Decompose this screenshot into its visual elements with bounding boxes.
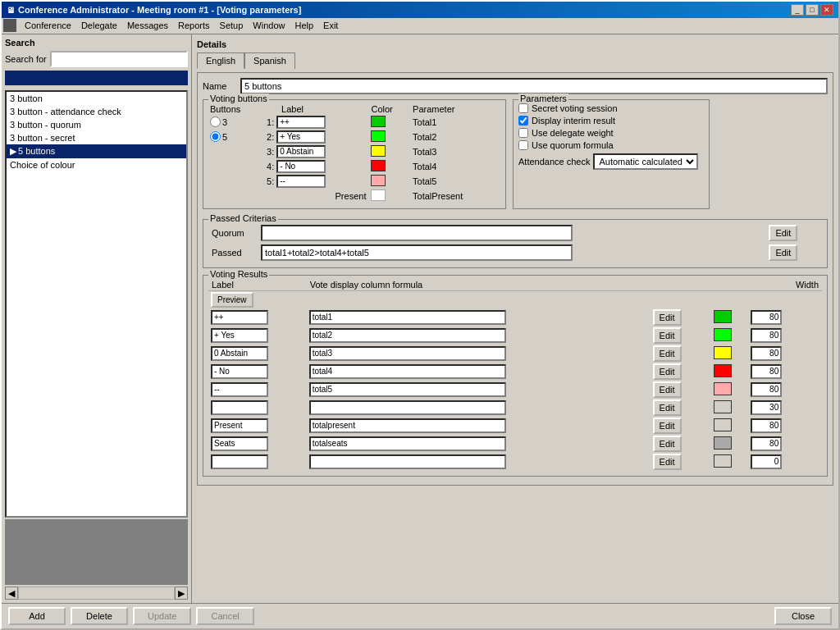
result-label-present[interactable]: [211, 418, 268, 433]
checkbox-display: Display interim result: [518, 116, 704, 126]
result-edit-2[interactable]: Edit: [653, 327, 682, 344]
scroll-right-btn[interactable]: ▶: [175, 587, 188, 600]
search-input[interactable]: [50, 51, 188, 67]
menu-window[interactable]: Window: [248, 19, 290, 32]
update-button[interactable]: Update: [133, 607, 191, 625]
result-edit-5[interactable]: Edit: [653, 381, 682, 398]
result-width-seats[interactable]: [751, 436, 782, 451]
horizontal-scrollbar[interactable]: ◀ ▶: [5, 587, 188, 600]
color-3[interactable]: [371, 145, 386, 157]
parameters-label: Parameters: [518, 94, 568, 103]
minimize-button[interactable]: _: [791, 4, 804, 16]
result-width-5[interactable]: [751, 382, 782, 397]
result-edit-9[interactable]: Edit: [653, 454, 682, 470]
menu-setup[interactable]: Setup: [215, 19, 249, 32]
tab-english[interactable]: English: [197, 52, 244, 69]
menu-delegate[interactable]: Delegate: [76, 19, 122, 32]
result-width-9[interactable]: [751, 454, 782, 469]
label-2-input[interactable]: [276, 130, 326, 144]
result-formula-4[interactable]: [309, 364, 506, 379]
close-button[interactable]: ✕: [820, 4, 833, 16]
attendance-select[interactable]: Automatic calculated Manual None: [593, 153, 698, 170]
result-color-5[interactable]: [714, 382, 732, 395]
result-width-6[interactable]: [751, 400, 782, 415]
passed-input[interactable]: [261, 244, 573, 261]
preview-button[interactable]: Preview: [211, 292, 253, 308]
result-label-4[interactable]: [211, 364, 268, 379]
checkbox-weight-input[interactable]: [518, 128, 528, 138]
add-button[interactable]: Add: [8, 607, 66, 625]
result-edit-3[interactable]: Edit: [653, 345, 682, 362]
result-color-present[interactable]: [714, 418, 732, 431]
list-item[interactable]: 3 button - attendance check: [7, 105, 186, 118]
list-item[interactable]: 3 button - secret: [7, 131, 186, 144]
menu-messages[interactable]: Messages: [122, 19, 173, 32]
label-3-input[interactable]: [276, 145, 326, 158]
label-4-input[interactable]: [276, 160, 326, 173]
menu-exit[interactable]: Exit: [318, 19, 343, 32]
voting-results-label: Voting Results: [208, 269, 269, 279]
result-label-seats[interactable]: [211, 436, 268, 451]
delete-button[interactable]: Delete: [71, 607, 128, 625]
result-edit-seats[interactable]: Edit: [653, 436, 682, 452]
result-color-1[interactable]: [714, 310, 732, 323]
result-width-3[interactable]: [751, 346, 782, 361]
result-color-6[interactable]: [714, 400, 732, 413]
result-label-3[interactable]: [211, 346, 268, 361]
passed-edit-button[interactable]: Edit: [769, 244, 797, 261]
result-label-2[interactable]: [211, 328, 268, 343]
result-edit-1[interactable]: Edit: [653, 309, 682, 326]
result-color-2[interactable]: [714, 328, 732, 341]
menu-help[interactable]: Help: [290, 19, 318, 32]
result-formula-2[interactable]: [309, 328, 506, 343]
result-width-2[interactable]: [751, 328, 782, 343]
result-color-9[interactable]: [714, 454, 732, 468]
result-label-5[interactable]: [211, 382, 268, 397]
color-present[interactable]: [371, 189, 386, 201]
radio-3[interactable]: [210, 116, 221, 127]
list-item-5buttons[interactable]: ▶5 buttons: [7, 144, 186, 158]
radio-5[interactable]: [210, 131, 221, 142]
color-5[interactable]: [371, 175, 386, 186]
scroll-left-btn[interactable]: ◀: [5, 587, 18, 600]
quorum-input[interactable]: [261, 225, 573, 241]
result-edit-4[interactable]: Edit: [653, 363, 682, 380]
result-formula-6[interactable]: [309, 400, 506, 415]
list-item[interactable]: 3 button - quorum: [7, 118, 186, 131]
color-1[interactable]: [371, 116, 386, 127]
result-formula-1[interactable]: [309, 310, 506, 325]
result-width-present[interactable]: [751, 418, 782, 433]
result-width-1[interactable]: [751, 310, 782, 325]
result-label-1[interactable]: [211, 310, 268, 325]
result-label-9[interactable]: [211, 454, 268, 469]
list-item[interactable]: 3 button: [7, 92, 186, 105]
label-5-input[interactable]: [276, 175, 326, 188]
result-color-3[interactable]: [714, 346, 732, 359]
maximize-button[interactable]: □: [806, 4, 819, 16]
result-formula-seats[interactable]: [309, 436, 506, 451]
result-color-seats[interactable]: [714, 436, 732, 450]
result-color-4[interactable]: [714, 364, 732, 377]
result-width-4[interactable]: [751, 364, 782, 379]
menu-conference[interactable]: Conference: [20, 19, 76, 32]
checkbox-display-input[interactable]: [518, 116, 528, 126]
label-1-input[interactable]: [276, 116, 326, 129]
result-formula-present[interactable]: [309, 418, 506, 433]
tab-spanish[interactable]: Spanish: [244, 52, 295, 69]
quorum-edit-button[interactable]: Edit: [769, 225, 797, 241]
result-label-6[interactable]: [211, 400, 268, 415]
result-formula-3[interactable]: [309, 346, 506, 361]
result-edit-6[interactable]: Edit: [653, 399, 682, 416]
result-formula-5[interactable]: [309, 382, 506, 397]
name-input[interactable]: [240, 78, 828, 94]
color-2[interactable]: [371, 130, 386, 142]
menu-reports[interactable]: Reports: [173, 19, 215, 32]
cancel-button[interactable]: Cancel: [196, 607, 253, 625]
checkbox-quorum-input[interactable]: [518, 140, 528, 150]
result-formula-9[interactable]: [309, 454, 506, 469]
close-button[interactable]: Close: [774, 607, 832, 625]
checkbox-secret-input[interactable]: [518, 103, 528, 113]
result-edit-present[interactable]: Edit: [653, 418, 682, 434]
list-item[interactable]: Choice of colour: [7, 158, 186, 171]
color-4[interactable]: [371, 160, 386, 171]
